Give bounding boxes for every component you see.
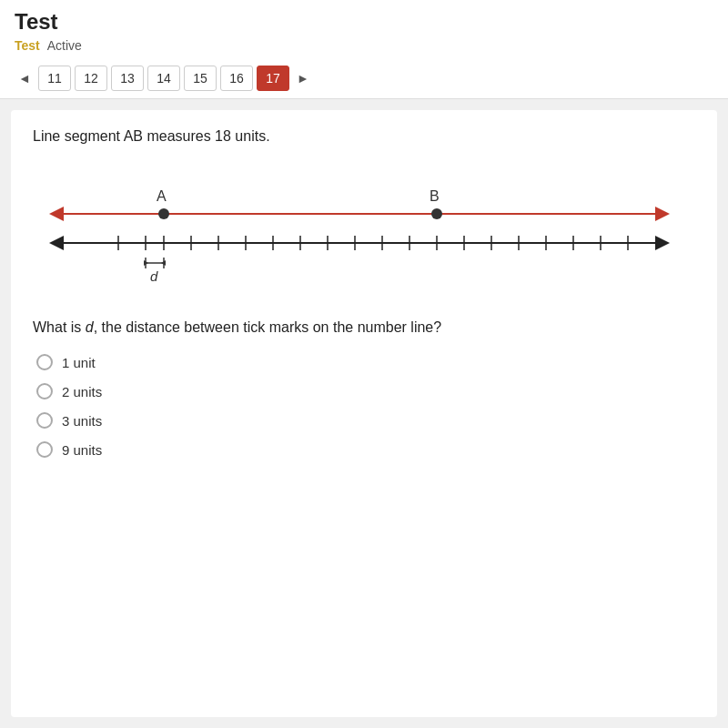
question-premise: Line segment AB measures 18 units. xyxy=(33,128,695,145)
page-btn-16[interactable]: 16 xyxy=(220,66,253,91)
radio-3-units[interactable] xyxy=(36,412,53,429)
breadcrumb: Test Active xyxy=(15,38,713,53)
svg-text:A: A xyxy=(157,188,167,204)
number-line-diagram: A B xyxy=(33,170,695,298)
what-question: What is d, the distance between tick mar… xyxy=(33,319,695,336)
breadcrumb-active-label: Active xyxy=(47,38,82,53)
top-header: Test Test Active ◄ 11 12 13 14 15 16 17 … xyxy=(0,0,728,99)
option-1-unit[interactable]: 1 unit xyxy=(36,354,695,370)
answer-options: 1 unit 2 units 3 units 9 units xyxy=(33,354,695,458)
next-page-arrow[interactable]: ► xyxy=(293,66,313,91)
page-btn-14[interactable]: 14 xyxy=(147,66,180,91)
radio-1-unit[interactable] xyxy=(36,354,53,370)
page-btn-13[interactable]: 13 xyxy=(111,66,144,91)
option-2-units[interactable]: 2 units xyxy=(36,383,695,399)
svg-point-3 xyxy=(431,208,442,219)
app-container: Test Test Active ◄ 11 12 13 14 15 16 17 … xyxy=(0,0,728,728)
option-1-unit-label: 1 unit xyxy=(62,355,96,370)
radio-2-units[interactable] xyxy=(36,383,53,399)
pagination-row: ◄ 11 12 13 14 15 16 17 ► xyxy=(15,60,713,98)
page-btn-15[interactable]: 15 xyxy=(184,66,217,91)
option-3-units-label: 3 units xyxy=(62,413,102,429)
page-btn-12[interactable]: 12 xyxy=(75,66,107,91)
svg-text:d: d xyxy=(150,268,158,284)
option-3-units[interactable]: 3 units xyxy=(36,412,695,429)
variable-d: d xyxy=(86,319,94,335)
prev-page-arrow[interactable]: ◄ xyxy=(15,66,35,91)
page-btn-11[interactable]: 11 xyxy=(38,66,71,91)
breadcrumb-test-link[interactable]: Test xyxy=(15,38,40,53)
main-content: Line segment AB measures 18 units. xyxy=(11,110,717,717)
page-btn-17[interactable]: 17 xyxy=(257,66,289,91)
radio-9-units[interactable] xyxy=(36,441,53,458)
diagram-area: A B xyxy=(33,170,695,298)
page-title: Test xyxy=(15,9,713,35)
option-9-units-label: 9 units xyxy=(62,442,102,458)
option-2-units-label: 2 units xyxy=(62,384,102,399)
option-9-units[interactable]: 9 units xyxy=(36,441,695,458)
svg-text:B: B xyxy=(430,188,440,204)
svg-point-1 xyxy=(158,208,169,219)
